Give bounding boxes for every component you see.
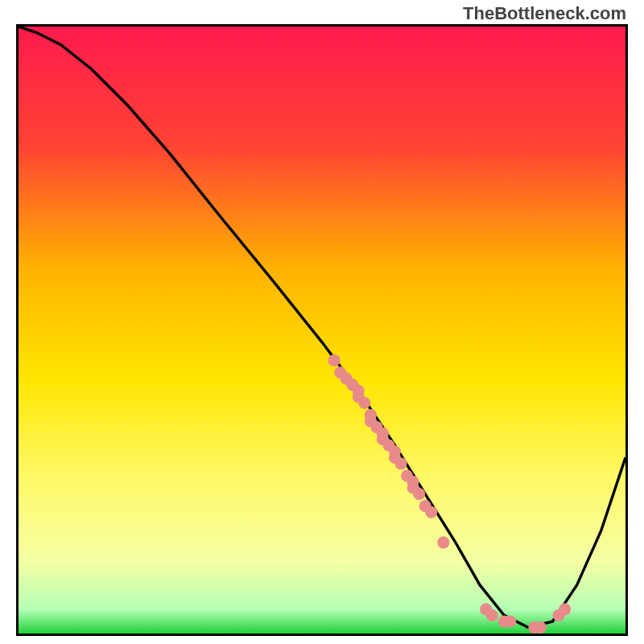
scatter-point	[413, 488, 425, 500]
scatter-point	[504, 615, 516, 627]
scatter-markers	[328, 354, 572, 634]
plot-frame	[16, 24, 628, 636]
plot-svg	[19, 27, 625, 634]
curve-line	[19, 27, 625, 627]
scatter-point	[358, 397, 370, 409]
scatter-point	[394, 457, 407, 469]
scatter-point	[559, 603, 571, 615]
scatter-point	[328, 354, 341, 366]
watermark-text: TheBottleneck.com	[463, 3, 626, 24]
scatter-point	[389, 445, 401, 457]
scatter-point	[437, 536, 449, 548]
scatter-point	[535, 621, 547, 634]
scatter-point	[425, 506, 437, 518]
scatter-point	[486, 609, 498, 621]
